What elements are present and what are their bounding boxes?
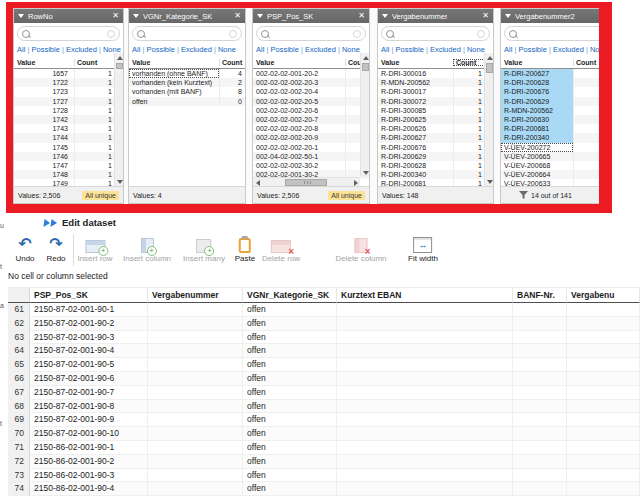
value-cell[interactable]: vorhanden (mit BANF) [129,87,219,96]
scrollbar-thumb[interactable] [116,63,123,69]
table-cell-psp[interactable]: 2150-87-02-001-90-7 [30,386,148,400]
list-item[interactable]: 17271 [14,97,123,106]
table-cell-kurztext[interactable] [337,303,513,317]
table-cell-psp[interactable]: 2150-86-02-001-90-2 [30,455,148,469]
table-cell-psp[interactable]: 2150-87-02-001-90-10 [30,427,148,441]
list-item[interactable]: 002-02-02-002-20-5 [253,97,369,106]
value-cell[interactable]: 1722 [14,78,74,87]
list-item[interactable]: 17441 [14,133,123,142]
table-cell-banf[interactable] [513,427,567,441]
value-cell[interactable]: R-DRI-200340 [378,170,453,179]
value-cell[interactable]: 002-02-02-002-20-9 [253,133,345,142]
panel-title-bar[interactable]: RowNo [14,9,123,23]
scrollbar-thumb[interactable] [362,63,369,71]
list-item[interactable]: V-ÜEV-200272 [501,143,612,152]
list-item[interactable]: 002-02-02-001-20-2 [253,69,369,78]
list-item[interactable]: vorhanden (ohne BANF)4 [129,69,245,78]
row-number-cell[interactable]: 62 [8,317,30,331]
table-cell-vgnr_kategorie[interactable]: offen [243,303,337,317]
table-cell-vergabenummer2[interactable] [567,413,640,427]
row-number-cell[interactable]: 61 [8,303,30,317]
list-item[interactable]: 17471 [14,161,123,170]
value-cell[interactable]: R-DRI-200627 [501,69,573,78]
panel-menu-icon[interactable] [18,14,24,18]
table-cell-kurztext[interactable] [337,441,513,455]
list-item[interactable]: 17451 [14,143,123,152]
table-cell-banf[interactable] [513,317,567,331]
column-header[interactable]: PSP_Pos_SK [30,288,148,303]
filter-link-all[interactable]: All [17,45,31,54]
value-cell[interactable]: V-ÜEV-200633 [501,179,573,186]
value-cell[interactable]: R-DRI-200628 [501,78,573,87]
table-cell-vergabenummer2[interactable] [567,469,640,483]
panel-menu-icon[interactable] [257,14,263,18]
list-item[interactable]: 002-02-02-002-20-6 [253,106,369,115]
list-item[interactable]: 17461 [14,152,123,161]
value-cell[interactable]: 002-02-02-002-20-1 [253,143,345,152]
table-cell-vergabenummer[interactable] [148,386,243,400]
column-header-value[interactable]: Value [14,59,74,66]
list-item[interactable]: 17481 [14,170,123,179]
list-item[interactable]: R-DRI-2006761 [378,143,493,152]
list-item[interactable]: V-ÜEV-200668 [501,161,612,170]
list-item[interactable]: R-DRI-200628 [501,78,612,87]
scroll-down-icon[interactable] [485,177,494,186]
filter-link-excluded[interactable]: Excluded [305,45,342,54]
table-cell-vergabenummer2[interactable] [567,358,640,372]
scrollbar-thumb[interactable] [285,179,327,186]
value-cell[interactable]: 1742 [14,115,74,124]
table-cell-vergabenummer2[interactable] [567,386,640,400]
value-cell[interactable]: 002-02-02-002-30-2 [253,161,345,170]
redo-button[interactable]: Redo [46,233,65,263]
table-cell-banf[interactable] [513,358,567,372]
table-cell-vgnr_kategorie[interactable]: offen [243,400,337,414]
table-cell-kurztext[interactable] [337,469,513,483]
value-cell[interactable]: 002-02-02-002-20-6 [253,106,345,115]
panel-menu-icon[interactable] [133,14,139,18]
table-cell-vergabenummer[interactable] [148,331,243,345]
filter-link-all[interactable]: All [132,45,146,54]
column-header-value[interactable]: Value [378,59,453,66]
table-cell-banf[interactable] [513,303,567,317]
list-item[interactable]: R-DRI-2006291 [378,152,493,161]
panel-title-bar[interactable]: Vergabenummer [378,9,493,23]
table-cell-kurztext[interactable] [337,331,513,345]
table-cell-kurztext[interactable] [337,386,513,400]
table-cell-psp[interactable]: 2150-86-02-001-90-3 [30,469,148,483]
value-cell[interactable]: 002-02-02-002-20-4 [253,87,345,96]
value-cell[interactable]: V-ÜEV-200272 [501,143,573,152]
value-cell[interactable]: R-DRI-200629 [501,97,573,106]
table-cell-vergabenummer2[interactable] [567,344,640,358]
list-item[interactable]: R-DRI-200681 [501,124,612,133]
row-number-cell[interactable]: 66 [8,372,30,386]
column-header[interactable]: BANF-Nr. [513,288,567,303]
list-item[interactable]: R-DRI-2006811 [378,179,493,186]
value-cell[interactable]: R-DRI-200625 [378,115,453,124]
table-cell-banf[interactable] [513,386,567,400]
value-cell[interactable]: 1744 [14,133,74,142]
filter-link-none[interactable]: None [590,45,608,54]
table-cell-vgnr_kategorie[interactable]: offen [243,441,337,455]
value-cell[interactable]: R-DRI-200681 [501,124,573,133]
filter-link-excluded[interactable]: Excluded [430,45,467,54]
column-header-value[interactable]: Value [253,59,345,66]
list-item[interactable]: 002-02-02-002-20-4 [253,87,369,96]
table-cell-vergabenummer2[interactable] [567,482,640,496]
list-item[interactable]: R-DRI-3000161 [378,69,493,78]
list-item[interactable]: R-MDN-200562 [501,106,612,115]
value-cell[interactable]: R-DRI-300016 [378,69,453,78]
list-item[interactable]: 17231 [14,87,123,96]
search-input[interactable] [517,30,603,37]
paste-button[interactable]: Paste [235,233,255,263]
table-cell-vergabenummer[interactable] [148,344,243,358]
list-item[interactable]: vorhanden (mit BANF)8 [129,87,245,96]
value-cell[interactable]: 002-02-02-002-20-7 [253,115,345,124]
table-cell-vergabenummer[interactable] [148,317,243,331]
table-cell-vergabenummer2[interactable] [567,400,640,414]
table-cell-banf[interactable] [513,372,567,386]
value-cell[interactable]: R-DRI-200340 [501,133,573,142]
table-cell-banf[interactable] [513,441,567,455]
table-cell-vergabenummer[interactable] [148,427,243,441]
table-cell-vgnr_kategorie[interactable]: offen [243,482,337,496]
column-header-count[interactable]: Count [573,59,612,66]
